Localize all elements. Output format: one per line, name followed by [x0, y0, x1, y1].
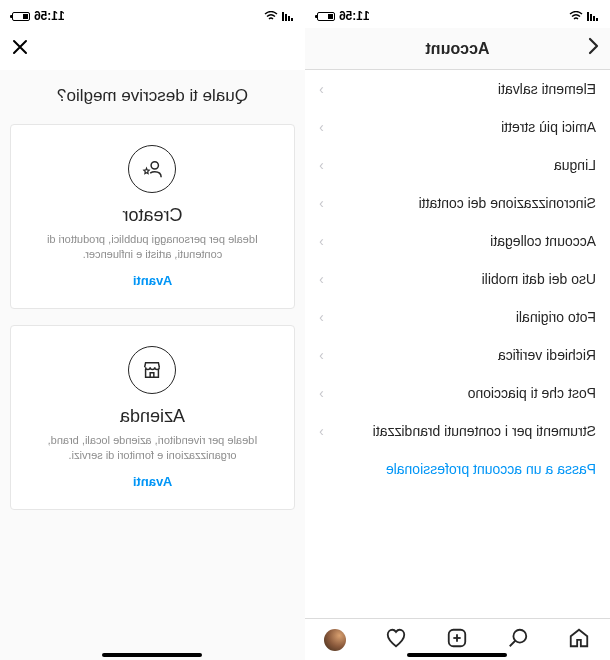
- settings-label: Amici più stretti: [501, 119, 596, 135]
- selection-title: Quale ti descrive meglio?: [10, 86, 295, 106]
- chevron-right-icon: ›: [319, 195, 324, 211]
- settings-item-contacts-sync[interactable]: Sincronizzazione dei contatti ›: [305, 184, 610, 222]
- settings-label: Sincronizzazione dei contatti: [419, 195, 596, 211]
- selection-body: Quale ti descrive meglio? Creator Ideale…: [0, 70, 305, 660]
- chevron-right-icon: ›: [319, 347, 324, 363]
- phone-account-type-selection: 11:56 Quale ti descrive meglio? Creator …: [0, 0, 305, 660]
- back-icon[interactable]: [586, 36, 600, 62]
- screen-header: Account: [305, 28, 610, 70]
- status-left: [264, 11, 293, 21]
- chevron-right-icon: ›: [319, 81, 324, 97]
- status-right: 11:56: [317, 9, 370, 23]
- settings-label: Strumenti per i contenuti brandizzati: [373, 423, 596, 439]
- status-time: 11:56: [34, 9, 65, 23]
- settings-item-request-verification[interactable]: Richiedi verifica ›: [305, 336, 610, 374]
- settings-label: Passa a un account professionale: [386, 461, 596, 477]
- switch-to-professional-link[interactable]: Passa a un account professionale: [305, 450, 610, 488]
- screen-header: [0, 28, 305, 70]
- chevron-right-icon: ›: [319, 423, 324, 439]
- chevron-right-icon: ›: [319, 157, 324, 173]
- wifi-icon: [264, 11, 278, 21]
- settings-label: Lingua: [554, 157, 596, 173]
- settings-item-mobile-data[interactable]: Uso dei dati mobili ›: [305, 260, 610, 298]
- settings-label: Elementi salvati: [498, 81, 596, 97]
- status-right: 11:56: [12, 9, 65, 23]
- chevron-right-icon: ›: [319, 271, 324, 287]
- settings-item-language[interactable]: Lingua ›: [305, 146, 610, 184]
- settings-label: Richiedi verifica: [498, 347, 596, 363]
- wifi-icon: [569, 11, 583, 21]
- close-icon[interactable]: [10, 37, 30, 62]
- cellular-signal-icon: [587, 12, 598, 21]
- home-indicator: [103, 653, 203, 657]
- option-desc: Ideale per personaggi pubblici, produtto…: [29, 232, 276, 263]
- settings-item-saved[interactable]: Elementi salvati ›: [305, 70, 610, 108]
- chevron-right-icon: ›: [319, 119, 324, 135]
- option-name: Creator: [29, 205, 276, 226]
- option-card-creator[interactable]: Creator Ideale per personaggi pubblici, …: [10, 124, 295, 309]
- nav-profile-icon[interactable]: [325, 629, 347, 651]
- settings-label: Post che ti piacciono: [468, 385, 596, 401]
- settings-item-liked-posts[interactable]: Post che ti piacciono ›: [305, 374, 610, 412]
- nav-home-icon[interactable]: [569, 627, 591, 653]
- status-bar: 11:56: [305, 0, 610, 28]
- nav-add-icon[interactable]: [447, 627, 469, 653]
- svg-point-0: [514, 629, 527, 642]
- nav-search-icon[interactable]: [508, 627, 530, 653]
- avatar: [325, 629, 347, 651]
- nav-activity-icon[interactable]: [386, 627, 408, 653]
- phone-account-settings: 11:56 Account Elementi salvati › Amici p…: [305, 0, 610, 660]
- storefront-icon: [129, 346, 177, 394]
- chevron-right-icon: ›: [319, 385, 324, 401]
- settings-item-close-friends[interactable]: Amici più stretti ›: [305, 108, 610, 146]
- settings-label: Account collegati: [490, 233, 596, 249]
- settings-label: Foto originali: [516, 309, 596, 325]
- svg-line-1: [510, 640, 516, 646]
- battery-icon: [12, 12, 30, 21]
- settings-item-branded-tools[interactable]: Strumenti per i contenuti brandizzati ›: [305, 412, 610, 450]
- home-indicator: [408, 653, 508, 657]
- settings-list: Elementi salvati › Amici più stretti › L…: [305, 70, 610, 618]
- settings-item-linked-accounts[interactable]: Account collegati ›: [305, 222, 610, 260]
- option-desc: Ideale per rivenditori, aziende locali, …: [29, 433, 276, 464]
- option-next-link[interactable]: Avanti: [29, 273, 276, 288]
- status-left: [569, 11, 598, 21]
- option-name: Azienda: [29, 406, 276, 427]
- header-title: Account: [305, 40, 610, 58]
- option-next-link[interactable]: Avanti: [29, 474, 276, 489]
- chevron-right-icon: ›: [319, 309, 324, 325]
- option-card-business[interactable]: Azienda Ideale per rivenditori, aziende …: [10, 325, 295, 510]
- battery-icon: [317, 12, 335, 21]
- status-bar: 11:56: [0, 0, 305, 28]
- cellular-signal-icon: [282, 12, 293, 21]
- status-time: 11:56: [339, 9, 370, 23]
- svg-point-5: [152, 162, 159, 169]
- chevron-right-icon: ›: [319, 233, 324, 249]
- settings-item-original-photos[interactable]: Foto originali ›: [305, 298, 610, 336]
- person-star-icon: [129, 145, 177, 193]
- settings-label: Uso dei dati mobili: [482, 271, 596, 287]
